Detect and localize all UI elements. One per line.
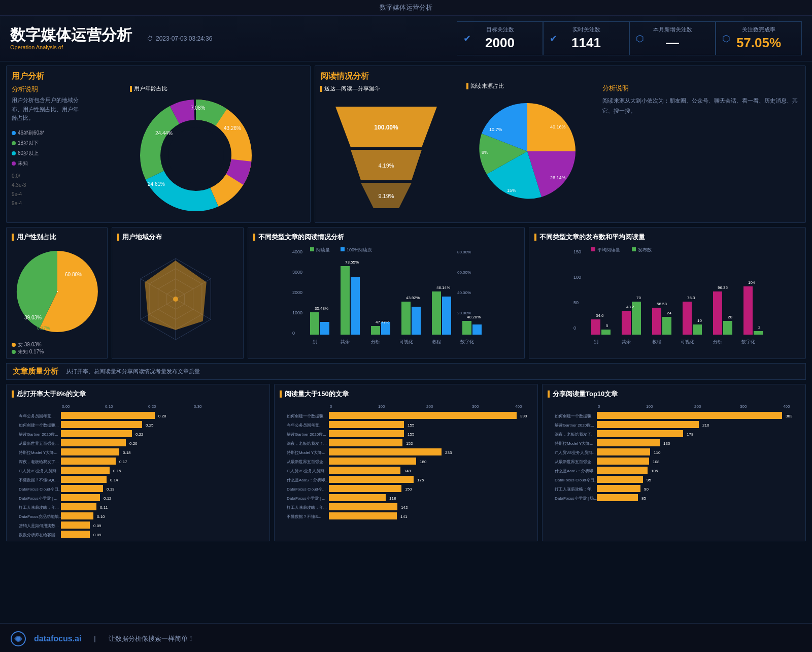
svg-text:50: 50 xyxy=(573,300,579,305)
svg-text:400: 400 xyxy=(515,404,522,409)
stat-value-2: 1141 xyxy=(556,35,616,51)
svg-text:56.58: 56.58 xyxy=(657,302,667,306)
svg-text:4.19%: 4.19% xyxy=(378,162,394,169)
svg-text:打工人涨薪攻略：年...: 打工人涨薪攻略：年... xyxy=(286,505,327,510)
svg-text:180: 180 xyxy=(420,460,427,464)
svg-text:0.17%: 0.17% xyxy=(37,325,50,331)
svg-text:118: 118 xyxy=(389,496,396,501)
svg-text:解读Gartner 2020数...: 解读Gartner 2020数... xyxy=(555,423,594,428)
funnel-svg: 100.00% 4.19% 9.19% xyxy=(320,96,452,213)
header-title-block: 数字媒体运营分析 Operation Analysis of xyxy=(10,26,132,50)
svg-text:100.00%: 100.00% xyxy=(374,124,398,131)
svg-rect-189 xyxy=(329,503,397,510)
svg-text:10: 10 xyxy=(697,318,702,323)
footer-separator: | xyxy=(94,635,95,642)
header-stats: ✔ 目标关注数 2000 ✔ 实时关注数 1141 ⬡ 本月新增关注数 — ⬡ … xyxy=(227,21,802,55)
svg-rect-177 xyxy=(329,467,400,474)
svg-text:95: 95 xyxy=(647,478,651,482)
svg-text:打工人涨薪攻略：年...: 打工人涨薪攻略：年... xyxy=(554,487,595,492)
svg-rect-183 xyxy=(329,485,401,492)
svg-rect-87 xyxy=(693,324,702,335)
svg-text:43.26%: 43.26% xyxy=(224,125,241,131)
reading-title: 阅读情况分析 xyxy=(320,71,369,82)
svg-text:打工人涨薪攻略：年...: 打工人涨薪攻略：年... xyxy=(18,505,59,510)
gender-pie-svg: 60.80% 39.03% 0.17% xyxy=(12,246,103,337)
stat-label-3: 本月新增关注数 xyxy=(642,26,702,34)
svg-rect-83 xyxy=(662,317,671,335)
svg-rect-42 xyxy=(371,326,380,335)
article-reading-panel: 不同类型文章的阅读情况分析 4000 3000 2000 1000 0 xyxy=(248,227,525,359)
footer: datafocus.ai | 让数据分析像搜索一样简单！ xyxy=(0,623,812,652)
svg-text:教程: 教程 xyxy=(432,339,441,344)
svg-text:15%: 15% xyxy=(507,188,516,193)
svg-text:130: 130 xyxy=(663,441,670,446)
svg-text:解读Gartner 2020数...: 解读Gartner 2020数... xyxy=(287,432,326,437)
svg-rect-124 xyxy=(61,448,119,455)
svg-rect-58 xyxy=(341,247,345,251)
region-chart-panel: 用户地域分布 xyxy=(112,227,244,359)
svg-text:3000: 3000 xyxy=(292,270,302,275)
svg-rect-38 xyxy=(310,312,319,335)
legend-age-2: 18岁以下 xyxy=(18,138,39,148)
top-bar: 数字媒体运营分析 xyxy=(0,0,812,16)
svg-text:178: 178 xyxy=(687,432,694,437)
svg-text:142: 142 xyxy=(401,505,408,510)
source-pie-section: 阅读来源占比 40.16% 26.14% 15% 8% 10.7% xyxy=(466,71,598,217)
svg-text:0: 0 xyxy=(598,404,600,409)
svg-text:DataFocus小学堂 | ...: DataFocus小学堂 | ... xyxy=(287,496,325,501)
source-pie-svg: 40.16% 26.14% 15% 8% 10.7% xyxy=(466,93,588,210)
svg-text:20: 20 xyxy=(728,315,732,319)
clock-icon: ⏱ xyxy=(147,35,153,42)
svg-text:200: 200 xyxy=(426,404,433,409)
svg-rect-227 xyxy=(597,494,638,501)
svg-rect-174 xyxy=(329,458,416,465)
svg-text:今年公务员国考竞...: 今年公务员国考竞... xyxy=(287,423,323,428)
svg-text:105: 105 xyxy=(651,469,658,473)
svg-text:34.6: 34.6 xyxy=(596,313,604,318)
svg-rect-78 xyxy=(622,311,631,335)
svg-text:85: 85 xyxy=(641,496,646,501)
datafocus-logo-icon xyxy=(10,631,26,647)
svg-text:24: 24 xyxy=(667,311,671,315)
svg-point-4 xyxy=(168,127,224,183)
svg-text:100%阅读次: 100%阅读次 xyxy=(347,247,372,252)
svg-text:0.12: 0.12 xyxy=(104,496,112,501)
svg-rect-47 xyxy=(442,297,451,335)
svg-text:46.14%: 46.14% xyxy=(436,285,450,290)
svg-text:0.00: 0.00 xyxy=(62,404,70,409)
svg-text:解读Gartner 2020数...: 解读Gartner 2020数... xyxy=(19,432,58,437)
svg-text:155: 155 xyxy=(408,423,415,428)
svg-text:0.17: 0.17 xyxy=(119,460,127,464)
svg-text:383: 383 xyxy=(786,414,793,418)
stat-label-2: 实时关注数 xyxy=(556,26,616,34)
svg-text:0.13: 0.13 xyxy=(107,487,115,492)
svg-text:IT人员VS业务人员辩...: IT人员VS业务人员辩... xyxy=(555,450,595,455)
stat-label-1: 目标关注数 xyxy=(470,26,530,34)
svg-rect-40 xyxy=(341,266,350,335)
svg-rect-215 xyxy=(597,458,649,465)
svg-rect-48 xyxy=(462,321,471,335)
footer-tagline: 让数据分析像搜索一样简单！ xyxy=(109,634,194,643)
svg-rect-142 xyxy=(61,503,96,510)
svg-text:数字化: 数字化 xyxy=(460,339,474,344)
svg-text:0.20: 0.20 xyxy=(129,441,138,446)
datetime-value: 2023-07-03 03:24:36 xyxy=(156,35,212,42)
open-rate-svg: 0.00 0.10 0.20 0.30 0.28 今年公务员国考竞... 0.2… xyxy=(12,403,264,540)
article-quality-header: 文章质量分析 从打开率、总阅读量和分享阅读情况考量发布文章质量 xyxy=(6,363,806,380)
layers-icon-1: ⬡ xyxy=(636,33,644,44)
header: 数字媒体运营分析 Operation Analysis of ⏱ 2023-07… xyxy=(0,16,812,61)
stat-value-1: 2000 xyxy=(470,35,530,51)
svg-text:不懂数据？不懂SQL...: 不懂数据？不懂SQL... xyxy=(19,478,59,482)
svg-text:DataFocus竞品功能填...: DataFocus竞品功能填... xyxy=(19,514,62,519)
svg-text:150: 150 xyxy=(405,487,412,492)
svg-text:DataFocus Cloud今日...: DataFocus Cloud今日... xyxy=(19,487,61,492)
svg-rect-106 xyxy=(632,247,636,251)
svg-rect-121 xyxy=(61,439,126,446)
svg-text:深夜，老板给我发了...: 深夜，老板给我发了... xyxy=(19,460,59,464)
svg-text:0.25: 0.25 xyxy=(146,423,154,428)
svg-text:0.09: 0.09 xyxy=(93,533,101,537)
svg-text:从最新世界五百强企...: 从最新世界五百强企... xyxy=(19,441,59,446)
age-donut-chart: 用户年龄占比 43.26% 24.44% 24.61% xyxy=(87,85,305,218)
svg-rect-112 xyxy=(61,412,155,419)
svg-text:别: 别 xyxy=(313,339,317,344)
